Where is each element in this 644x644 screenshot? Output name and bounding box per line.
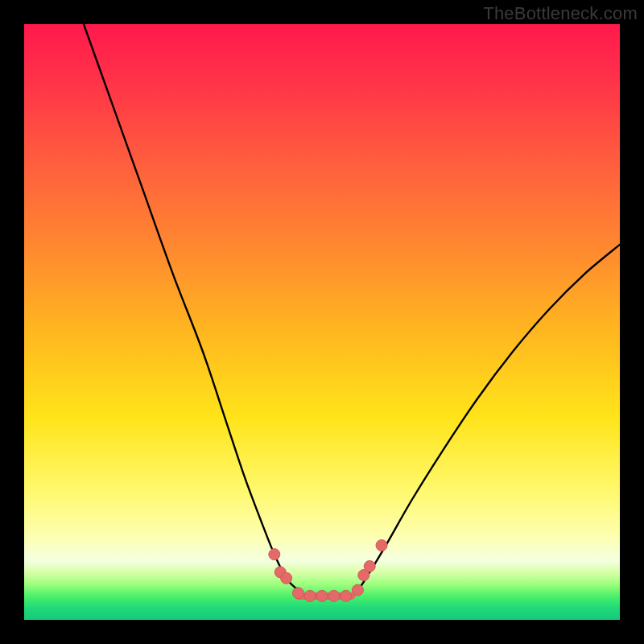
curve-marker (376, 540, 387, 551)
curve-marker (281, 572, 292, 584)
curve-marker (316, 590, 328, 601)
bottleneck-curve-svg (24, 24, 620, 620)
curve-marker (352, 584, 363, 596)
curve-marker (304, 590, 316, 601)
curve-marker (341, 590, 352, 601)
bottleneck-curve-line (84, 24, 620, 597)
curve-marker (364, 560, 375, 572)
curve-marker (328, 590, 340, 601)
curve-marker (292, 588, 303, 599)
curve-marker (269, 549, 280, 560)
plot-area (24, 24, 620, 620)
curve-markers (269, 540, 387, 602)
watermark-text: TheBottleneck.com (483, 3, 638, 24)
chart-frame: TheBottleneck.com (0, 0, 644, 644)
